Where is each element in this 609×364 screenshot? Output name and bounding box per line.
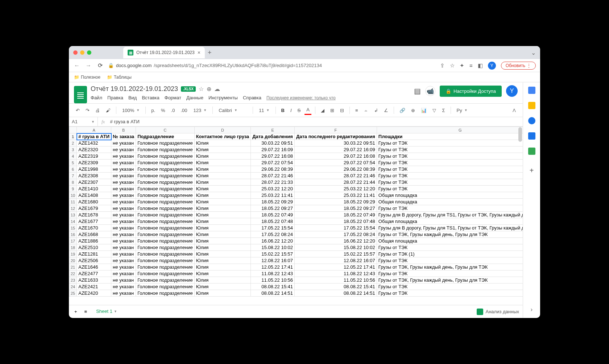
row-header[interactable]: 9: [69, 186, 77, 192]
print-button[interactable]: 🖨: [94, 106, 102, 115]
cell[interactable]: не указан: [111, 257, 136, 264]
cell[interactable]: Головное подразделение: [136, 166, 195, 173]
number-format-select[interactable]: 123▼: [191, 107, 209, 114]
cell[interactable]: Грузы от ТЭК: [377, 173, 523, 179]
cell[interactable]: Грузы от ТЭК: [377, 270, 523, 277]
cell[interactable]: 16.06.22 12:20: [294, 238, 377, 244]
cell[interactable]: Юлия: [194, 192, 250, 199]
cell[interactable]: 17.05.22 08:24: [251, 231, 295, 238]
cell[interactable]: Юлия: [194, 166, 250, 173]
cell[interactable]: не указан: [111, 277, 136, 284]
grid-area[interactable]: A B C D E F G 1# груза в АТИ№ заказаПодр…: [69, 127, 523, 305]
cell[interactable]: AZE2319: [77, 153, 111, 160]
cell[interactable]: 17.05.22 15:54: [251, 225, 295, 231]
contacts-icon[interactable]: [528, 132, 535, 140]
cell[interactable]: 08.08.22 15:41: [294, 284, 377, 290]
cell[interactable]: Головное подразделение: [136, 146, 195, 153]
maps-icon[interactable]: [528, 148, 535, 155]
tab-close-icon[interactable]: ×: [198, 50, 200, 55]
cell[interactable]: Общая площадка: [377, 238, 523, 244]
cell[interactable]: Площадки: [377, 133, 523, 140]
cell[interactable]: AZE1670: [77, 225, 111, 231]
cell[interactable]: 11.05.22 10:56: [294, 277, 377, 284]
cell[interactable]: Юлия: [194, 173, 250, 179]
cell[interactable]: Юлия: [194, 244, 250, 251]
cell[interactable]: AZE1679: [77, 205, 111, 212]
cell[interactable]: Контактное лицо груза: [194, 133, 250, 140]
cell[interactable]: Общая площадка: [377, 199, 523, 205]
font-size-select[interactable]: 11▼: [257, 107, 272, 114]
chart-button[interactable]: 📊: [419, 106, 428, 115]
text-color-button[interactable]: A: [304, 106, 311, 115]
cell[interactable]: Головное подразделение: [136, 186, 195, 192]
cell[interactable]: Грузы от ТЭК: [377, 186, 523, 192]
bookmark-item[interactable]: 📁Полезное: [74, 75, 100, 80]
last-edit-link[interactable]: Последнее изменение: только что: [266, 95, 336, 100]
cell[interactable]: Грузы от ТЭК, Грузы каждый день, Грузы д…: [377, 277, 523, 284]
row-header[interactable]: 5: [69, 160, 77, 166]
cell[interactable]: Грузы от ТЭК: [377, 205, 523, 212]
link-button[interactable]: 🔗: [398, 106, 407, 115]
col-header[interactable]: B: [111, 127, 136, 133]
row-header[interactable]: 12: [69, 205, 77, 212]
add-addon-button[interactable]: +: [530, 166, 534, 175]
cell[interactable]: 15.02.22 15:57: [251, 251, 295, 257]
cell[interactable]: 11.08.22 12:43: [251, 270, 295, 277]
cell[interactable]: Головное подразделение: [136, 270, 195, 277]
cell[interactable]: Юлия: [194, 264, 250, 270]
cell[interactable]: не указан: [111, 173, 136, 179]
cell[interactable]: Головное подразделение: [136, 160, 195, 166]
extensions-icon[interactable]: ✦: [460, 62, 464, 69]
cell[interactable]: 12.08.22 16:07: [251, 257, 295, 264]
cell[interactable]: Общая площадка: [377, 218, 523, 225]
undo-button[interactable]: ↶: [74, 106, 82, 115]
cell[interactable]: Головное подразделение: [136, 179, 195, 186]
cell[interactable]: Грузы для В дорогу, Грузы для TS1, Грузы…: [377, 225, 523, 231]
cell[interactable]: AZE2309: [77, 160, 111, 166]
tabs-dropdown-icon[interactable]: ⌄: [531, 49, 536, 56]
cell[interactable]: AZE2308: [77, 173, 111, 179]
percent-button[interactable]: %: [159, 106, 167, 115]
row-header[interactable]: 18: [69, 244, 77, 251]
cell[interactable]: AZE1281: [77, 251, 111, 257]
bold-button[interactable]: B: [279, 106, 286, 115]
row-header[interactable]: 25: [69, 290, 77, 297]
col-header[interactable]: F: [294, 127, 377, 133]
cell[interactable]: Юлия: [194, 160, 250, 166]
cell[interactable]: 18.05.22 09:27: [251, 205, 295, 212]
cell[interactable]: не указан: [111, 251, 136, 257]
sheet-tab[interactable]: Sheet 1▼: [92, 306, 121, 317]
update-button[interactable]: Обновить ⋮: [501, 62, 536, 70]
share-button[interactable]: 🔒Настройки Доступа: [440, 86, 502, 97]
cell[interactable]: Юлия: [194, 290, 250, 297]
cell[interactable]: 08.08.22 14:51: [294, 290, 377, 297]
cell[interactable]: AZE1668: [77, 231, 111, 238]
bookmark-star-icon[interactable]: ☆: [450, 62, 455, 69]
zoom-select[interactable]: 100%▼: [120, 107, 142, 114]
cell[interactable]: Головное подразделение: [136, 153, 195, 160]
comment-button[interactable]: ⊕: [409, 106, 417, 115]
keep-icon[interactable]: [528, 102, 535, 109]
cell[interactable]: Общая площадка: [377, 192, 523, 199]
col-header[interactable]: A: [77, 127, 111, 133]
cell[interactable]: AZE2421: [77, 284, 111, 290]
account-avatar[interactable]: Y: [506, 85, 518, 97]
share-page-icon[interactable]: ⇪: [440, 62, 445, 69]
doc-move-icon[interactable]: ⊕: [207, 86, 211, 92]
cell[interactable]: Юлия: [194, 257, 250, 264]
cell[interactable]: 08.08.22 14:51: [251, 290, 295, 297]
explore-button[interactable]: Анализ данных: [477, 309, 519, 315]
wrap-button[interactable]: ↲: [372, 106, 380, 115]
cell[interactable]: AZE2307: [77, 179, 111, 186]
cell[interactable]: не указан: [111, 146, 136, 153]
nav-back-button[interactable]: ←: [73, 62, 80, 69]
row-header[interactable]: 3: [69, 146, 77, 153]
row-header[interactable]: 2: [69, 140, 77, 146]
cell[interactable]: AZE2420: [77, 290, 111, 297]
cell[interactable]: 29.07.22 07:54: [251, 160, 295, 166]
col-header[interactable]: C: [136, 127, 195, 133]
cell[interactable]: 25.03.22 11:41: [251, 192, 295, 199]
cell[interactable]: Юлия: [194, 199, 250, 205]
row-header[interactable]: 10: [69, 192, 77, 199]
select-all-corner[interactable]: [69, 127, 77, 133]
